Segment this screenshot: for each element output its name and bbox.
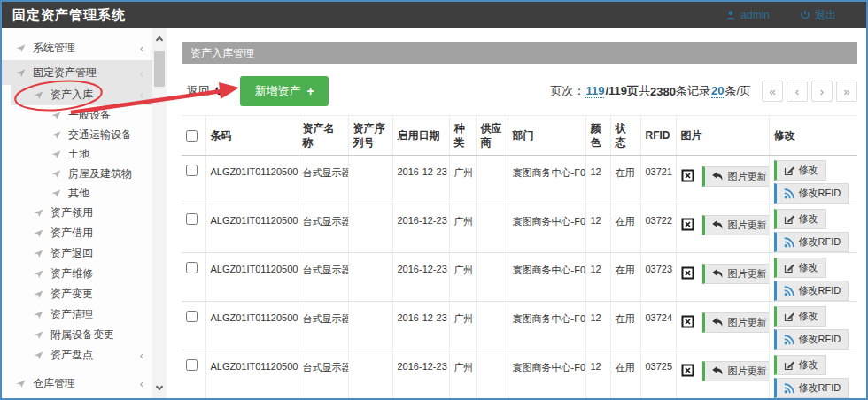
table-row: ALGZ01IT0112050018 台式显示器 2016-12-23 广州 寰… xyxy=(182,350,857,399)
cell-date: 2016-12-23 xyxy=(392,156,449,204)
col-name: 资产名称 xyxy=(298,116,348,156)
broken-image-icon xyxy=(681,266,694,281)
row-checkbox[interactable] xyxy=(186,311,198,322)
app-title: 固定资产管理系统 xyxy=(12,7,126,24)
next-page-button[interactable]: › xyxy=(811,81,833,102)
edit-label: 修改 xyxy=(799,261,818,274)
row-checkbox[interactable] xyxy=(186,262,198,273)
cell-color: 12 xyxy=(585,350,610,399)
scroll-up-icon[interactable] xyxy=(156,35,163,42)
sidebar-item-2[interactable]: 资产入库‹ xyxy=(11,85,152,105)
image-update-button[interactable]: 图片更新 xyxy=(702,361,770,381)
user-label: admin xyxy=(740,9,770,21)
edit-rfid-button[interactable]: 修改RFID xyxy=(774,232,849,252)
sidebar-item-12[interactable]: 资产变更 xyxy=(2,284,152,304)
edit-button[interactable]: 修改 xyxy=(774,209,826,229)
edit-pencil-icon xyxy=(784,312,794,322)
row-checkbox[interactable] xyxy=(186,359,198,371)
sidebar-item-15[interactable]: 资产盘点‹ xyxy=(2,345,152,365)
user-icon xyxy=(725,10,736,20)
first-page-button[interactable]: « xyxy=(762,81,783,102)
row-checkbox[interactable] xyxy=(186,165,198,176)
cell-serial xyxy=(348,350,392,399)
nav-arrow-icon xyxy=(16,379,26,388)
add-asset-button[interactable]: 新增资产 + xyxy=(240,76,328,106)
logout-link[interactable]: 退出 xyxy=(800,8,836,23)
image-update-button[interactable]: 图片更新 xyxy=(702,166,770,187)
cell-dept: 寰图商务中心-F08 xyxy=(508,253,585,302)
col-dept: 部门 xyxy=(508,116,585,156)
header-right: admin 退出 xyxy=(725,8,836,23)
sidebar-item-4[interactable]: 交通运输设备 xyxy=(2,125,152,144)
reply-arrow-icon xyxy=(712,318,724,327)
reply-arrow-icon xyxy=(712,366,724,376)
edit-pencil-icon xyxy=(784,360,794,371)
prev-page-button[interactable]: ‹ xyxy=(787,81,808,102)
cell-status: 在用 xyxy=(610,156,640,204)
sidebar-item-9[interactable]: 资产借用 xyxy=(2,223,152,243)
cell-color: 12 xyxy=(585,204,610,253)
last-page-button[interactable]: » xyxy=(836,81,857,102)
row-checkbox[interactable] xyxy=(186,213,198,225)
sidebar: 系统管理‹固定资产管理‹资产入库‹一般设备交通运输设备土地房屋及建筑物其他资产领… xyxy=(2,28,167,398)
image-update-button[interactable]: 图片更新 xyxy=(702,215,770,235)
edit-button[interactable]: 修改 xyxy=(774,160,826,181)
cell-rfid: 03723 xyxy=(640,253,676,302)
edit-button[interactable]: 修改 xyxy=(774,355,826,375)
nav-arrow-icon xyxy=(51,188,61,198)
cell-barcode: ALGZ01IT0112050018 xyxy=(205,350,298,399)
table-row: ALGZ01IT0112050014 台式显示器 2016-12-23 广州 寰… xyxy=(182,156,857,204)
sidebar-item-10[interactable]: 资产退回 xyxy=(2,243,152,264)
sidebar-item-label: 资产维修 xyxy=(50,266,93,281)
edit-rfid-button[interactable]: 修改RFID xyxy=(774,329,849,350)
main-content: 资产入库管理 返回 ↺ 新增资产 + 页次： 119 /119页 共 2380 … xyxy=(167,28,866,398)
sidebar-item-11[interactable]: 资产维修 xyxy=(2,264,152,284)
sidebar-item-13[interactable]: 资产清理 xyxy=(2,304,152,325)
cell-name: 台式显示器 xyxy=(298,204,348,253)
edit-rfid-button[interactable]: 修改RFID xyxy=(774,281,849,301)
reply-arrow-icon xyxy=(712,220,724,230)
reply-arrow-icon xyxy=(712,172,724,181)
nav-arrow-icon xyxy=(51,150,61,159)
nav-arrow-icon xyxy=(51,111,61,120)
sidebar-item-label: 仓库管理 xyxy=(33,376,75,391)
user-menu-link[interactable]: admin xyxy=(725,8,770,23)
table-header-row: 条码 资产名称 资产序列号 启用日期 种类 供应商 部门 颜色 状态 RFID … xyxy=(182,116,857,156)
app-window: 固定资产管理系统 admin 退出 系统管理‹固定资产管理‹资产入库‹一般设备交… xyxy=(0,0,868,400)
cell-date: 2016-12-23 xyxy=(392,253,449,302)
cell-status: 在用 xyxy=(610,253,640,302)
chevron-icon: ‹ xyxy=(140,350,143,361)
scroll-down-icon[interactable] xyxy=(156,384,163,391)
current-page-link[interactable]: 119 xyxy=(585,84,604,98)
back-button[interactable]: 返回 ↺ xyxy=(187,83,226,99)
edit-button[interactable]: 修改 xyxy=(774,306,826,327)
sidebar-scrollbar[interactable] xyxy=(152,28,167,398)
sidebar-item-14[interactable]: 附属设备变更 xyxy=(2,325,152,345)
select-all-checkbox[interactable] xyxy=(186,130,198,142)
nav-arrow-icon xyxy=(51,130,61,140)
edit-rfid-button[interactable]: 修改RFID xyxy=(774,183,849,204)
sidebar-item-6[interactable]: 房屋及建筑物 xyxy=(2,164,152,183)
cell-date: 2016-12-23 xyxy=(392,302,449,350)
edit-rfid-button[interactable]: 修改RFID xyxy=(774,378,849,398)
sidebar-item-3[interactable]: 一般设备 xyxy=(2,105,152,125)
cell-supplier xyxy=(476,156,508,204)
sidebar-item-8[interactable]: 资产领用 xyxy=(2,203,152,223)
sidebar-item-0[interactable]: 系统管理‹ xyxy=(2,35,152,60)
undo-icon: ↺ xyxy=(214,84,226,98)
sidebar-item-1[interactable]: 固定资产管理‹ xyxy=(2,60,152,85)
image-update-button[interactable]: 图片更新 xyxy=(702,264,770,284)
chevron-icon: ‹ xyxy=(140,89,143,101)
nav-arrow-icon xyxy=(34,208,43,218)
image-update-button[interactable]: 图片更新 xyxy=(702,312,770,333)
sidebar-item-7[interactable]: 其他 xyxy=(2,183,152,203)
page-size-link[interactable]: 20 xyxy=(711,84,724,98)
sidebar-item-5[interactable]: 土地 xyxy=(2,144,152,164)
edit-button[interactable]: 修改 xyxy=(774,258,826,278)
scrollbar-thumb[interactable] xyxy=(154,51,165,87)
nav-arrow-icon xyxy=(34,310,43,319)
col-type: 种类 xyxy=(449,116,476,156)
cell-status: 在用 xyxy=(610,204,640,253)
sidebar-item-16[interactable]: 仓库管理‹ xyxy=(2,371,152,396)
sidebar-item-label: 资产借用 xyxy=(50,226,93,241)
